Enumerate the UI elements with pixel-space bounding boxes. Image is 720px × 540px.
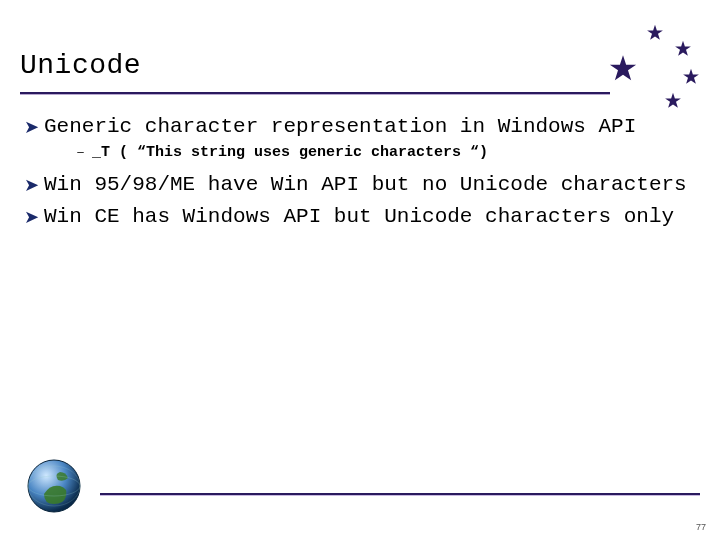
title-divider [20, 92, 610, 95]
bullet-item: ➤ Win 95/98/ME have Win API but no Unico… [24, 172, 694, 198]
svg-marker-3 [665, 93, 681, 108]
globe-icon [26, 458, 82, 514]
bullet-text: Generic character representation in Wind… [44, 114, 636, 140]
arrow-bullet-icon: ➤ [24, 114, 44, 140]
slide-title: Unicode [20, 50, 141, 81]
svg-marker-2 [683, 69, 699, 84]
footer-divider [100, 493, 700, 496]
dash-bullet-icon: – [76, 142, 92, 164]
arrow-bullet-icon: ➤ [24, 172, 44, 198]
bullet-text: Win 95/98/ME have Win API but no Unicode… [44, 172, 687, 198]
bullet-item: ➤ Generic character representation in Wi… [24, 114, 694, 140]
svg-marker-4 [610, 55, 636, 80]
bullet-item: ➤ Win CE has Windows API but Unicode cha… [24, 204, 694, 230]
page-number: 77 [696, 522, 706, 532]
slide: Unicode ➤ Generic character representati… [0, 0, 720, 540]
star-cluster-icon [606, 24, 706, 114]
sub-bullet-text: _T ( “This string uses generic character… [92, 142, 488, 164]
bullet-text: Win CE has Windows API but Unicode chara… [44, 204, 674, 230]
svg-marker-1 [675, 41, 691, 56]
svg-marker-0 [647, 25, 663, 40]
arrow-bullet-icon: ➤ [24, 204, 44, 230]
sub-bullet-item: – _T ( “This string uses generic charact… [76, 142, 694, 164]
slide-body: ➤ Generic character representation in Wi… [24, 108, 694, 232]
